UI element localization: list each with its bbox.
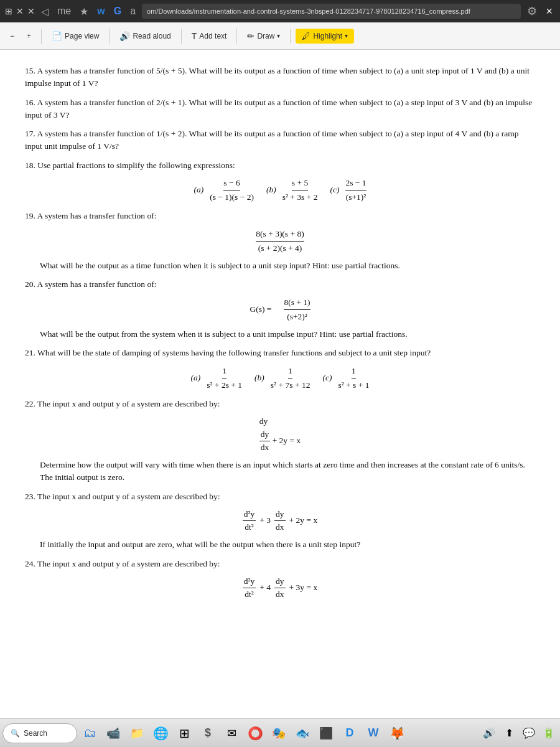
- q23-desc: If initially the input and output are ze…: [25, 538, 535, 551]
- taskbar-mail-icon[interactable]: ✉: [220, 722, 243, 745]
- q18-text: 18. Use partial fractions to simplify th…: [25, 159, 535, 172]
- q18-part-a: (a) s − 6 (s − 1)(s − 2): [194, 177, 253, 204]
- draw-icon: ✏: [247, 31, 254, 41]
- page-view-button[interactable]: 📄 Page view: [47, 29, 104, 44]
- plus-button[interactable]: +: [22, 29, 36, 43]
- taskbar-square-icon[interactable]: ⬛: [315, 722, 337, 745]
- pdf-content: 15. A system has a transfer function of …: [0, 50, 560, 718]
- q23-text: 23. The input x and output y of a system…: [25, 491, 535, 503]
- a-icon[interactable]: a: [128, 4, 138, 18]
- address-bar[interactable]: om/Downloads/instrumentation-and-control…: [142, 4, 521, 19]
- q18-part-c: (c) 2s − 1 (s+1)²: [330, 177, 366, 204]
- taskbar-apps-icon[interactable]: 🎭: [268, 722, 290, 745]
- q21-part-c: (c) 1 s² + s + 1: [322, 365, 369, 392]
- q20-equation: G(s) = 8(s + 1) (s+2)²: [25, 296, 535, 324]
- q19-fraction: 8(s + 3)(s + 8) (s + 2)(s + 4): [256, 228, 304, 255]
- taskbar-fish-icon[interactable]: 🐟: [291, 722, 314, 745]
- taskbar-word-icon[interactable]: W: [362, 722, 385, 745]
- taskbar-explorer-icon[interactable]: 🗂: [78, 722, 101, 745]
- highlight-button[interactable]: 🖊 Highlight ▾: [296, 29, 354, 44]
- google-icon[interactable]: G: [111, 4, 124, 18]
- word-icon[interactable]: w: [95, 4, 107, 18]
- close-icon[interactable]: ×: [543, 4, 555, 19]
- taskbar-windows-icon[interactable]: ⊞: [173, 722, 195, 745]
- question-24: 24. The input x and output y of a system…: [25, 558, 535, 601]
- tab-icon-2: ✕: [16, 6, 24, 16]
- divider-2: [109, 29, 110, 44]
- taskbar: 🔍 Search 🗂 📹 📁 🌐 ⊞ $ ✉ ⭕ 🎭 🐟 ⬛ D W 🦊 🔊 ⬆…: [0, 718, 560, 747]
- q19-equation: 8(s + 3)(s + 8) (s + 2)(s + 4): [25, 228, 535, 255]
- q23-equation: d²y dt² + 3 dy dx + 2y = x: [25, 508, 535, 534]
- menu-icon[interactable]: me: [55, 4, 73, 18]
- back-icon[interactable]: ◁: [39, 4, 51, 19]
- q21c-fraction: 1 s² + s + 1: [338, 365, 369, 392]
- divider-3: [181, 29, 182, 44]
- taskbar-d-icon[interactable]: D: [338, 722, 361, 745]
- taskbar-right: 🔊 ⬆ 💬 🔋: [480, 725, 558, 742]
- q21b-label: (b): [254, 372, 264, 384]
- read-aloud-button[interactable]: 🔊 Read aloud: [114, 29, 175, 44]
- q18b-fraction: s + 5 s² + 3s + 2: [282, 177, 318, 204]
- q18a-fraction: s − 6 (s − 1)(s − 2): [210, 177, 254, 204]
- q18-part-b: (b) s + 5 s² + 3s + 2: [266, 177, 318, 204]
- q22-equation: dy dy dx + 2y = x: [25, 415, 535, 454]
- q22-text: 22. The input x and output y of a system…: [25, 398, 535, 410]
- highlight-icon: 🖊: [302, 31, 310, 41]
- taskbar-circle-icon[interactable]: ⭕: [244, 722, 266, 745]
- tab-icon-3: ✕: [27, 6, 35, 16]
- q16-text: 16. A system has a transfer function of …: [25, 96, 535, 122]
- divider-1: [41, 29, 42, 44]
- draw-button[interactable]: ✏ Draw ▾: [242, 29, 285, 44]
- q21-part-a: (a) 1 s² + 2s + 1: [191, 365, 243, 392]
- q18-equations: (a) s − 6 (s − 1)(s − 2) (b) s + 5 s² + …: [25, 177, 535, 204]
- minus-button[interactable]: −: [5, 29, 19, 43]
- question-22: 22. The input x and output y of a system…: [25, 398, 535, 484]
- q18c-fraction: 2s − 1 (s+1)²: [345, 177, 366, 204]
- q20-fraction: 8(s + 1) (s+2)²: [284, 296, 310, 324]
- taskbar-battery-icon[interactable]: 🔋: [540, 725, 558, 742]
- q20-hint: What will be the output from the system …: [25, 328, 535, 341]
- taskbar-chat-icon[interactable]: 💬: [520, 725, 538, 742]
- search-label: Search: [24, 729, 47, 738]
- taskbar-search[interactable]: 🔍 Search: [2, 723, 77, 743]
- taskbar-edge-icon[interactable]: 🌐: [149, 722, 172, 745]
- add-text-button[interactable]: T Add text: [187, 29, 232, 44]
- question-18: 18. Use partial fractions to simplify th…: [25, 159, 535, 204]
- question-21: 21. What will be the state of damping of…: [25, 347, 535, 392]
- q18c-label: (c): [330, 184, 339, 196]
- text-icon: T: [192, 31, 197, 41]
- settings-icon[interactable]: ⚙: [525, 3, 539, 19]
- q19-hint: What will be the output as a time functi…: [25, 260, 535, 272]
- star-icon[interactable]: ★: [77, 4, 91, 19]
- q20-lhs: G(s) =: [250, 303, 271, 316]
- divider-4: [236, 29, 237, 44]
- q24-equation: d²y dt² + 4 dy dx + 3y = x: [25, 575, 535, 601]
- question-16: 16. A system has a transfer function of …: [25, 96, 535, 122]
- q21-equations: (a) 1 s² + 2s + 1 (b) 1 s² + 7s + 12 (c)…: [25, 365, 535, 392]
- taskbar-dollar-icon[interactable]: $: [197, 722, 219, 745]
- tab-icon-1: ⊞: [5, 6, 12, 16]
- q18a-label: (a): [194, 184, 203, 196]
- q18b-label: (b): [266, 184, 276, 196]
- q21c-label: (c): [322, 372, 332, 384]
- q17-text: 17. A system has a transfer function of …: [25, 128, 535, 153]
- taskbar-folder-icon[interactable]: 📁: [126, 722, 148, 745]
- question-15: 15. A system has a transfer function of …: [25, 65, 535, 90]
- q22-desc: Determine how the output will vary with …: [25, 459, 535, 484]
- q21a-fraction: 1 s² + 2s + 1: [207, 365, 242, 392]
- q21-part-b: (b) 1 s² + 7s + 12: [254, 365, 310, 392]
- taskbar-upload-icon[interactable]: ⬆: [500, 725, 518, 742]
- divider-5: [290, 29, 291, 44]
- question-19: 19. A system has a transfer function of:…: [25, 210, 535, 272]
- q21-text: 21. What will be the state of damping of…: [25, 347, 535, 359]
- taskbar-camera-icon[interactable]: 📹: [102, 722, 124, 745]
- q20-text: 20. A system has a transfer function of:: [25, 278, 535, 291]
- page-icon: 📄: [52, 31, 62, 41]
- address-text: om/Downloads/instrumentation-and-control…: [147, 7, 470, 15]
- speaker-icon: 🔊: [119, 31, 130, 41]
- taskbar-volume-icon[interactable]: 🔊: [480, 725, 498, 742]
- q24-text: 24. The input x and output y of a system…: [25, 558, 535, 570]
- taskbar-firefox-icon[interactable]: 🦊: [386, 722, 408, 745]
- question-17: 17. A system has a transfer function of …: [25, 128, 535, 153]
- question-20: 20. A system has a transfer function of:…: [25, 278, 535, 341]
